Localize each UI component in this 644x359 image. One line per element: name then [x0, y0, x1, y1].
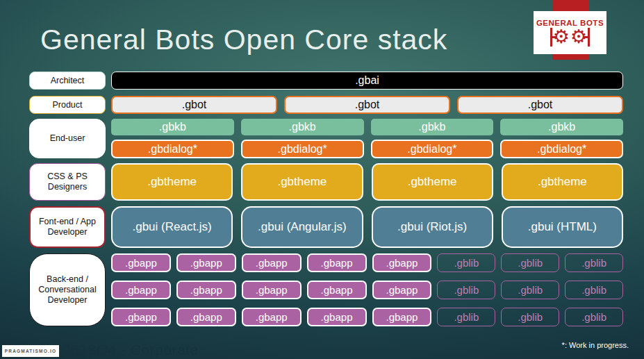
gbui-box: .gbui (Riot.js) [372, 206, 493, 248]
gblib-box: .gblib [437, 308, 495, 326]
gbkb-box: .gbkb [500, 119, 623, 135]
row-label-backend: Back-end / Conversational Developer [29, 253, 106, 326]
gbot-box: .gbot [284, 96, 450, 114]
gblib-box: .gblib [565, 281, 623, 299]
stack-diagram: Architect .gbai Product .gbot .gbot .gbo… [29, 72, 623, 326]
page-title: General Bots Open Core stack [40, 24, 447, 56]
gbtheme-box: .gbtheme [111, 163, 233, 201]
row-label-text: End-user [50, 133, 85, 144]
gbui-box: .gbui (React.js) [111, 206, 233, 248]
row-label-text: Architect [51, 76, 85, 86]
pragmatismo-logo: PRAGMATISMO.IO [2, 345, 59, 357]
gbtheme-box: .gbtheme [241, 163, 363, 201]
gbapp-box: .gbapp [111, 253, 171, 272]
gblib-box: .gblib [565, 253, 623, 272]
gblib-box: .gblib [501, 281, 559, 299]
gbapp-box: .gbapp [307, 253, 367, 272]
gbapp-box: .gbapp [176, 308, 236, 326]
row-label-text: Product [52, 100, 82, 110]
gbtheme-box: .gbtheme [372, 163, 493, 201]
gblib-box: .gblib [437, 253, 495, 272]
gbtheme-box: .gbtheme [502, 163, 623, 201]
gears-icon: ⚙ ⚙ [550, 28, 590, 47]
row-label-product: Product [29, 96, 106, 114]
gbapp-box: .gbapp [372, 281, 432, 299]
slide: General Bots Open Core stack GENERAL BOT… [0, 0, 644, 359]
row-label-text: CSS & PS Designers [33, 172, 101, 192]
gbot-box: .gbot [457, 96, 623, 114]
gbapp-box: .gbapp [307, 308, 367, 326]
work-in-progress-note: *: Work in progress. [562, 341, 629, 349]
gbai-box: .gbai [111, 72, 623, 90]
band-frontend: Font-end / App Developer .gbui (React.js… [29, 206, 623, 248]
gear-bar-icon [588, 28, 590, 47]
row-label-text: Font-end / App Developer [34, 217, 101, 237]
row-label-architect: Architect [29, 72, 106, 90]
gbkb-box: .gbkb [371, 119, 494, 135]
gbapp-box: .gbapp [242, 253, 302, 272]
row-label-designers: CSS & PS Designers [29, 163, 106, 201]
gblib-box: .gblib [437, 281, 495, 299]
gbdialog-box: .gbdialog* [371, 140, 494, 158]
general-bots-logo: GENERAL BOTS ⚙ ⚙ [534, 11, 606, 54]
gear-bar-icon [550, 28, 552, 47]
band-designers: CSS & PS Designers .gbtheme .gbtheme .gb… [29, 163, 623, 201]
gblib-box: .gblib [501, 253, 559, 272]
gbkb-box: .gbkb [111, 119, 234, 135]
footer-caption: 2018Q4 - Corporate [63, 342, 199, 358]
gbapp-box: .gbapp [372, 253, 432, 272]
gbapp-box: .gbapp [372, 308, 432, 326]
row-label-frontend: Font-end / App Developer [29, 206, 106, 248]
gbapp-box: .gbapp [307, 281, 367, 299]
gbot-box: .gbot [111, 96, 277, 114]
gbdialog-box: .gbdialog* [241, 140, 364, 158]
gblib-box: .gblib [501, 308, 559, 326]
gbapp-box: .gbapp [111, 281, 171, 299]
band-backend: Back-end / Conversational Developer .gba… [29, 253, 623, 326]
band-architect: Architect .gbai [29, 72, 623, 90]
gbdialog-box: .gbdialog* [111, 140, 234, 158]
gbui-box: .gbui (Angular.js) [241, 206, 363, 248]
band-end-user: End-user .gbkb .gbkb .gbkb .gbkb .gbdial… [29, 119, 623, 158]
gblib-box: .gblib [565, 308, 623, 326]
gbapp-box: .gbapp [242, 281, 302, 299]
band-product: Product .gbot .gbot .gbot [29, 96, 623, 114]
gbkb-box: .gbkb [241, 119, 364, 135]
row-label-text: Back-end / Conversational Developer [33, 274, 101, 306]
gbui-box: .gbui (HTML) [502, 206, 623, 248]
gbdialog-box: .gbdialog* [500, 140, 623, 158]
row-label-end-user: End-user [29, 119, 106, 158]
gbapp-box: .gbapp [242, 308, 302, 326]
pragmatismo-logo-text: PRAGMATISMO.IO [5, 349, 56, 353]
gbapp-box: .gbapp [111, 308, 171, 326]
gbapp-box: .gbapp [176, 281, 236, 299]
gbapp-box: .gbapp [176, 253, 236, 272]
